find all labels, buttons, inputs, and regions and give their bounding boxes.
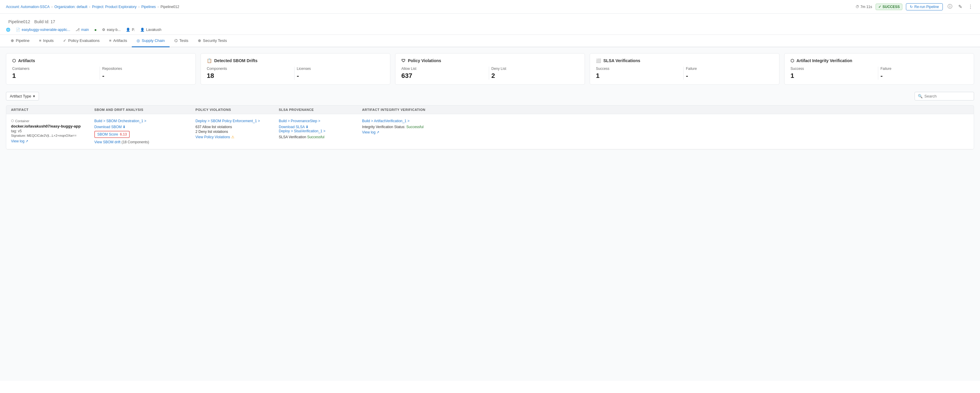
tab-security-tests[interactable]: ⊕ Security Tests bbox=[193, 35, 232, 47]
view-sbom-drift-link[interactable]: View SBOM drift bbox=[94, 140, 121, 144]
tab-policy-evaluations[interactable]: ✓ Policy Evaluations bbox=[58, 35, 104, 47]
slsa-build-link[interactable]: Build > ProvenanceStep > bbox=[279, 119, 362, 123]
tab-artifacts-label: Artifacts bbox=[113, 38, 127, 43]
gear-icon: ⚙ bbox=[102, 28, 105, 32]
top-right-actions: ⏱ 7m 11s ✓ SUCCESS ↻ Re-run Pipeline ⓘ ✎… bbox=[856, 2, 974, 11]
artifact-view-log-link[interactable]: View log ↗ bbox=[11, 139, 94, 143]
sbom-score-value: 6.13 bbox=[120, 132, 127, 136]
branch-icon: ⎇ bbox=[76, 28, 80, 32]
metric-integrity-success: Success 1 bbox=[791, 67, 878, 80]
card-policy-violations: 🛡 Policy Violations Allow List 637 Deny … bbox=[395, 53, 585, 85]
metric-integrity-success-value: 1 bbox=[791, 72, 873, 80]
artifact-type-label: Artifact Type bbox=[10, 94, 31, 98]
slsa-deploy-link[interactable]: Deploy > SlsaVerification_1 > bbox=[279, 129, 362, 133]
breadcrumb-sep-3: › bbox=[158, 5, 159, 9]
metric-slsa-success-label: Success bbox=[596, 67, 679, 71]
card-slsa-title: ⬜ SLSA Verifications bbox=[596, 58, 773, 63]
tab-inputs[interactable]: ≡ Inputs bbox=[34, 35, 58, 47]
integrity-view-log-link[interactable]: View log ↗ bbox=[362, 130, 969, 135]
integrity-icon: ⬡ bbox=[791, 58, 794, 63]
more-options-button[interactable]: ⋮ bbox=[967, 3, 974, 11]
metric-containers-label: Containers bbox=[12, 67, 95, 71]
artifact-type-dropdown[interactable]: Artifact Type ▾ bbox=[6, 92, 39, 100]
breadcrumb-org[interactable]: Organization: default bbox=[54, 5, 88, 9]
tab-supply-chain[interactable]: ◎ Supply Chain bbox=[132, 35, 169, 47]
card-artifacts-metrics: Containers 1 Repositories - bbox=[12, 67, 189, 80]
policy-enforcement-link[interactable]: Deploy > SBOM Policy Enforcement_1 > bbox=[196, 119, 279, 123]
metric-repositories: Repositories - bbox=[100, 67, 190, 80]
download-sbom-link[interactable]: Download SBOM ⬇ bbox=[94, 125, 126, 129]
refresh-icon: ↻ bbox=[910, 5, 913, 9]
integrity-build-link[interactable]: Build > ArtifactVerification_1 > bbox=[362, 119, 969, 123]
search-box: 🔍 bbox=[915, 92, 974, 100]
warning-icon: ⚠ bbox=[231, 135, 234, 139]
user-value: P. bbox=[132, 28, 135, 32]
artifact-name: docker.io/lavakush07/easy-buggy-app bbox=[11, 124, 94, 128]
metric-integrity-failure-label: Failure bbox=[881, 67, 963, 71]
info-button[interactable]: ⓘ bbox=[947, 2, 953, 11]
page-title: Pipeline012 Build Id: 17 bbox=[6, 17, 55, 25]
card-sbom-title: 📋 Detected SBOM Drifts bbox=[207, 58, 384, 63]
security-tests-tab-icon: ⊕ bbox=[198, 38, 201, 43]
status-label: SUCCESS bbox=[882, 5, 900, 9]
download-slsa-link[interactable]: Download SLSA ⬇ bbox=[279, 125, 362, 129]
integrity-view-log-label: View log bbox=[362, 130, 375, 135]
card-integrity-label: Artifact Integrity Verification bbox=[796, 58, 852, 63]
tab-security-tests-label: Security Tests bbox=[203, 38, 227, 43]
tab-bar: ⊕ Pipeline ≡ Inputs ✓ Policy Evaluations… bbox=[0, 35, 980, 47]
meta-committer: 👤 Lavakush bbox=[140, 28, 161, 32]
deny-violations-text: 2 Deny list violations bbox=[196, 130, 279, 134]
shield-check-icon: 🛡 bbox=[401, 58, 406, 63]
slsa-status-value: Successful bbox=[307, 135, 324, 139]
timer-value: 7m 11s bbox=[861, 5, 872, 9]
committer-value: Lavakush bbox=[146, 28, 161, 32]
tab-inputs-label: Inputs bbox=[43, 38, 54, 43]
tab-tests-label: Tests bbox=[180, 38, 188, 43]
rerun-pipeline-button[interactable]: ↻ Re-run Pipeline bbox=[906, 3, 943, 10]
download-sbom-label: Download SBOM bbox=[94, 125, 122, 129]
card-artifacts-label: Artifacts bbox=[18, 58, 35, 63]
summary-cards: ⬡ Artifacts Containers 1 Repositories - … bbox=[6, 53, 974, 85]
card-slsa: ⬜ SLSA Verifications Success 1 Failure - bbox=[590, 53, 780, 85]
meta-user: 👤 P. bbox=[126, 28, 135, 32]
integrity-status-label: Integrity Verification Status: bbox=[362, 125, 405, 129]
sbom-orchestration-link[interactable]: Build > SBOM Orchestration_1 > bbox=[94, 119, 196, 123]
tab-pipeline[interactable]: ⊕ Pipeline bbox=[6, 35, 34, 47]
artifacts-tab-icon: ≡ bbox=[109, 38, 111, 43]
breadcrumb-project[interactable]: Project: Product Exploratory bbox=[92, 5, 137, 9]
card-sbom-metrics: Components 18 Licenses - bbox=[207, 67, 384, 80]
metric-licenses: Licenses - bbox=[294, 67, 384, 80]
tab-tests[interactable]: ⌬ Tests bbox=[170, 35, 193, 47]
search-input[interactable] bbox=[924, 94, 972, 98]
sbom-score-label: SBOM Score bbox=[97, 132, 118, 136]
slsa-verification-label: SLSA Verification bbox=[279, 135, 306, 139]
edit-button[interactable]: ✎ bbox=[957, 3, 963, 11]
integrity-status-value: Successful bbox=[406, 125, 424, 129]
breadcrumb-pipelines[interactable]: Pipelines bbox=[141, 5, 156, 9]
card-artifacts-title: ⬡ Artifacts bbox=[12, 58, 189, 63]
pipeline-title-row: Pipeline012 Build Id: 17 bbox=[6, 17, 974, 25]
view-policy-violations-link[interactable]: View Policy Violations ⚠ bbox=[196, 135, 279, 139]
green-dot-icon: ● bbox=[94, 27, 97, 32]
col-sbom: SBOM AND DRIFT ANALYSIS bbox=[94, 108, 196, 111]
pipeline-timer: ⏱ 7m 11s bbox=[856, 5, 872, 9]
table-header: ARTIFACT SBOM AND DRIFT ANALYSIS POLICY … bbox=[6, 105, 974, 114]
user-icon: 👤 bbox=[126, 28, 130, 32]
breadcrumb-sep-1: › bbox=[89, 5, 91, 9]
repo-link[interactable]: easybuggy-vulnerable-applic... bbox=[22, 28, 70, 32]
table-row: ⬡ Container docker.io/lavakush07/easy-bu… bbox=[6, 114, 974, 149]
meta-status-dot: ● bbox=[94, 27, 97, 32]
integrity-external-link-icon: ↗ bbox=[376, 130, 379, 135]
cube-icon: ⬡ bbox=[12, 58, 16, 63]
metric-allow-label: Allow List bbox=[401, 67, 484, 71]
card-integrity-metrics: Success 1 Failure - bbox=[791, 67, 968, 80]
metric-slsa-success-value: 1 bbox=[596, 72, 679, 80]
artifact-cell: ⬡ Container docker.io/lavakush07/easy-bu… bbox=[11, 119, 94, 143]
card-slsa-label: SLSA Verifications bbox=[603, 58, 640, 63]
sbom-cell: Build > SBOM Orchestration_1 > Download … bbox=[94, 119, 196, 144]
branch-link[interactable]: main bbox=[81, 28, 89, 32]
tab-artifacts[interactable]: ≡ Artifacts bbox=[104, 35, 132, 47]
breadcrumb-account[interactable]: Account: Automation-SSCA bbox=[6, 5, 50, 9]
integrity-cell: Build > ArtifactVerification_1 > Integri… bbox=[362, 119, 969, 135]
status-badge: ✓ SUCCESS bbox=[876, 3, 902, 10]
